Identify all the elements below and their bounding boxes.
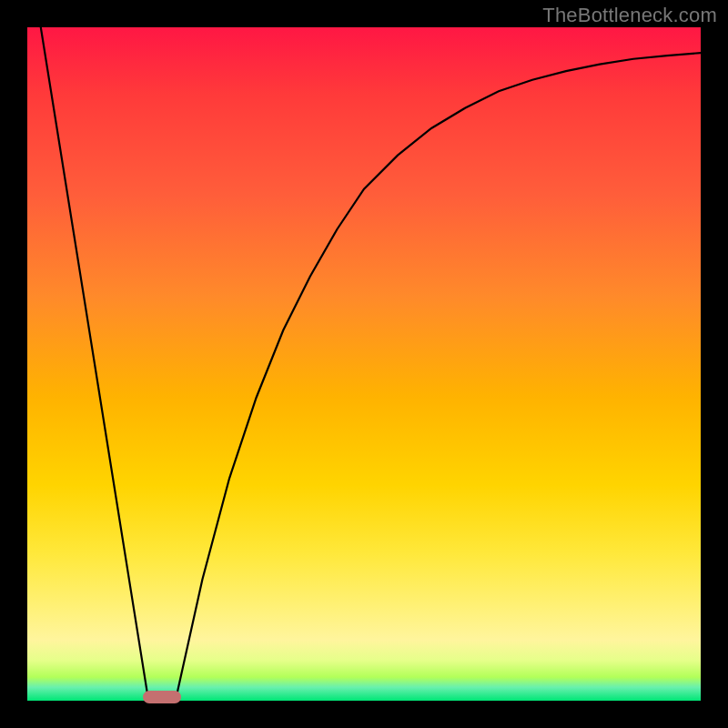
- curve-left-path: [41, 27, 148, 701]
- chart-frame: TheBottleneck.com: [0, 0, 728, 728]
- curve-layer: [27, 27, 701, 701]
- plateau-marker: [143, 691, 181, 703]
- watermark-text: TheBottleneck.com: [542, 4, 717, 27]
- plot-area: [27, 27, 701, 701]
- curve-right-path: [176, 53, 701, 701]
